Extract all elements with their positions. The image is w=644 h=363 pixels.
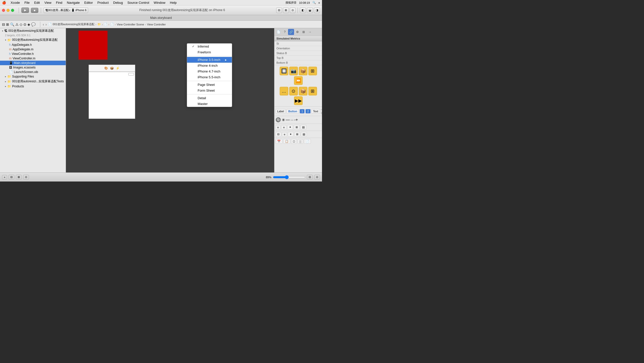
toggle-widget[interactable]: 🔘 [275, 117, 281, 123]
canvas-area[interactable]: → 🎨 📦 ⚡ ✓ Inferred Freeform [66, 28, 274, 172]
debug-nav-icon[interactable]: ⊙ [23, 22, 26, 26]
project-root[interactable]: 🏗 001使用autoresizing实现屏幕适配 [0, 28, 66, 33]
editor-assistant-btn[interactable]: ⊞ [283, 8, 289, 13]
attributes-inspector-icon[interactable]: ⚙ [294, 29, 300, 35]
activity-widget[interactable]: ✳ [282, 118, 285, 122]
tableviewcell-chip[interactable]: ≡ [281, 125, 286, 130]
collectioncell-chip[interactable]: ▤ [300, 125, 306, 130]
filter-btn[interactable]: ⊟ [9, 175, 14, 179]
tests-arrow[interactable] [5, 80, 6, 83]
project-arrow[interactable] [2, 30, 3, 32]
forward-btn[interactable]: › [46, 22, 47, 26]
editor-version-btn[interactable]: ⊙ [290, 8, 296, 13]
widget-5[interactable]: ▤ [301, 132, 307, 137]
search-nav-icon[interactable]: 🔍 [10, 22, 14, 26]
num1-chip[interactable]: 1 [300, 109, 305, 114]
obj-icon-8[interactable]: 📦 [299, 87, 307, 95]
search-icon[interactable]: 🔍 [312, 1, 316, 4]
menu-file[interactable]: File [24, 1, 30, 5]
stop-button[interactable]: ■ [31, 8, 38, 13]
obj-icon-2[interactable]: 📷 [289, 67, 298, 75]
date-chip[interactable]: 📅 [275, 139, 282, 144]
scheme-selector[interactable]: 🏗 001使用...幕适配 › | 📱 iPhone 6 [44, 8, 88, 13]
dropdown-page-sheet[interactable]: Page Sheet [187, 82, 232, 88]
dropdown-iphone35[interactable]: iPhone 3.5-inch ▸ [187, 57, 232, 63]
dots-widget[interactable]: ··· [291, 118, 294, 122]
file-appdelegate-m[interactable]: m AppDelegate.m [0, 47, 66, 52]
imageview-chip[interactable]: ✦ [287, 125, 293, 130]
editor-standard-btn[interactable]: ⊟ [276, 8, 282, 13]
widget-4[interactable]: ⊞ [294, 132, 300, 137]
slider-widget[interactable]: —⊙ [321, 108, 322, 115]
dropdown-iphone55[interactable]: iPhone 5.5-inch [187, 74, 232, 80]
widget-1[interactable]: ⊟ [275, 132, 281, 137]
menu-editor[interactable]: Editor [84, 1, 93, 5]
obj-icon-7[interactable]: ⊙ [289, 87, 298, 95]
dropdown-freeform[interactable]: Freeform [187, 49, 232, 55]
file-launchscreen-xib[interactable]: 📄 LaunchScreen.xib [0, 70, 66, 74]
breadcrumb-project[interactable]: 001使用autoresizing实现屏幕适配 [53, 22, 94, 26]
menu-navigate[interactable]: Navigate [67, 1, 80, 5]
minimize-button[interactable] [7, 9, 10, 12]
line-widget[interactable]: — [286, 118, 290, 122]
file-images-xcassets[interactable]: 🖼 Images.xcassets [0, 65, 66, 70]
back-btn[interactable]: ‹ [43, 22, 44, 26]
test-nav-icon[interactable]: ◇ [20, 22, 22, 26]
list-chip[interactable]: 📋 [283, 139, 290, 144]
notification-icon[interactable]: ≡ [318, 1, 320, 4]
stepper-widget[interactable]: -+ [294, 118, 298, 122]
menu-xcode[interactable]: Xcode [11, 1, 20, 5]
menu-find[interactable]: Find [56, 1, 62, 5]
close-button[interactable] [2, 9, 5, 12]
menu-debug[interactable]: Debug [113, 1, 123, 5]
file-nav-icon[interactable]: ⊟ [2, 22, 5, 26]
dropdown-detail[interactable]: Detail [187, 95, 232, 101]
menu-product[interactable]: Product [97, 1, 109, 5]
log-nav-icon[interactable]: 💬 [31, 22, 35, 26]
dropdown-iphone4[interactable]: iPhone 4-inch [187, 63, 232, 68]
dropdown-iphone47[interactable]: iPhone 4.7-inch [187, 68, 232, 74]
supporting-arrow[interactable] [5, 75, 6, 78]
quick-help-icon[interactable]: ? [282, 29, 288, 35]
menu-window[interactable]: Window [154, 1, 165, 5]
widget-2[interactable]: ≡ [282, 132, 287, 137]
menu-source-control[interactable]: Source Control [127, 1, 149, 5]
navigator-btn[interactable]: ◧ [300, 8, 306, 13]
menu-edit[interactable]: Edit [34, 1, 40, 5]
products-arrow[interactable] [5, 85, 6, 88]
layout-btn[interactable]: ⊟ [307, 175, 313, 179]
num2-chip[interactable]: 2 [305, 109, 310, 114]
size-inspector-icon[interactable]: ⊞ [301, 29, 307, 35]
root-folder-arrow[interactable] [5, 39, 6, 41]
file-inspector-icon[interactable]: 📄 [275, 29, 281, 35]
menu-help[interactable]: Help [170, 1, 177, 5]
text-chip[interactable]: Text [311, 109, 320, 114]
gray-chip[interactable]: ░ [298, 139, 303, 144]
breadcrumb-vc[interactable]: View Controller [147, 23, 166, 26]
file-main-storyboard[interactable]: 📱 Main.storyboard [0, 61, 66, 65]
scene-icon-1[interactable]: 🎨 [104, 66, 108, 70]
maximize-button[interactable] [11, 9, 14, 12]
dropdown-inferred[interactable]: ✓ Inferred [187, 44, 232, 49]
root-folder[interactable]: 📁 001使用autoresizing实现屏幕适配 [0, 37, 66, 43]
warning-nav-icon[interactable]: ⚠ [15, 22, 19, 26]
menu-view[interactable]: View [44, 1, 51, 5]
label-chip[interactable]: Label [275, 109, 286, 114]
circle-btn[interactable]: ⊙ [23, 175, 29, 179]
collectionview-chip[interactable]: ⊞ [294, 125, 300, 130]
obj-icon-9[interactable]: ⊞ [308, 87, 317, 95]
zoom-fit-btn[interactable]: ⊙ [314, 175, 320, 179]
apple-menu[interactable]: 🍎 [2, 1, 6, 5]
dropdown-master[interactable]: Master [187, 101, 232, 107]
dropdown-form-sheet[interactable]: Form Sheet [187, 88, 232, 93]
obj-icon-6[interactable]: … [280, 87, 288, 95]
breakpoint-nav-icon[interactable]: ◈ [27, 22, 30, 26]
add-constraint-btn[interactable]: + [2, 175, 7, 179]
tests-folder[interactable]: 📁 001使用autoresizi...实现屏幕适配Tests [0, 79, 66, 84]
scene-icon-3[interactable]: ⚡ [116, 66, 120, 70]
supporting-files-folder[interactable]: 📁 Supporting Files [0, 74, 66, 79]
file-appdelegate-h[interactable]: h AppDelegate.h [0, 43, 66, 47]
obj-icon-4[interactable]: ⊞ [308, 67, 317, 75]
breadcrumb-scene[interactable]: View Controller Scene [117, 23, 144, 26]
identity-inspector-icon[interactable]: 🔗 [288, 29, 294, 35]
